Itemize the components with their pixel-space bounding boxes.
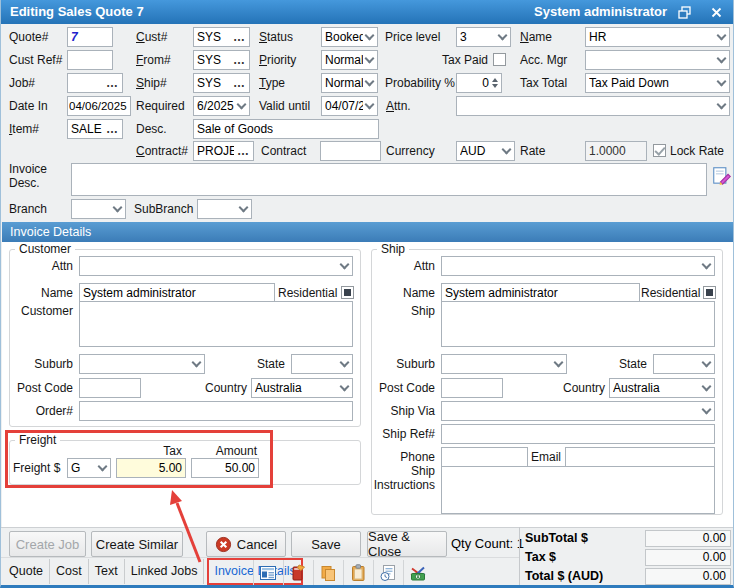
customer-name-field[interactable]: System administrator <box>79 283 275 303</box>
currency-select[interactable]: AUD <box>456 141 515 161</box>
item-number-field[interactable]: SALE… <box>67 119 123 139</box>
acc-mgr-select[interactable] <box>585 50 730 70</box>
report-view-button[interactable] <box>253 560 281 585</box>
history-button[interactable] <box>373 560 401 585</box>
attn-select[interactable] <box>456 96 730 116</box>
ship-name-value: System administrator <box>445 286 636 300</box>
chevron-down-icon <box>498 30 508 40</box>
ship-via-select[interactable] <box>441 401 715 421</box>
customer-post-code-field[interactable] <box>79 378 141 398</box>
customer-address-field[interactable] <box>79 301 353 347</box>
probability-spinner[interactable]: 0 <box>456 73 502 93</box>
priority-value: Normal <box>325 53 363 67</box>
name-select[interactable]: HR <box>585 27 730 47</box>
spinner-arrows <box>492 78 498 88</box>
save-label: Save <box>311 537 341 552</box>
ellipsis-icon[interactable]: … <box>233 56 246 64</box>
customer-order-field[interactable] <box>79 401 353 421</box>
contacts-book-button[interactable] <box>283 560 311 585</box>
customer-country-select[interactable]: Australia <box>251 378 353 398</box>
customer-order-label: Order# <box>15 401 73 421</box>
ship-instructions-field[interactable] <box>441 466 715 514</box>
customer-residential-checkbox[interactable] <box>341 286 354 299</box>
status-select[interactable]: Booked <box>321 27 378 47</box>
subtotal-value: 0.00 <box>645 530 731 547</box>
chevron-down-icon <box>365 76 375 86</box>
ship-ref-field[interactable] <box>441 424 715 444</box>
cancel-label: Cancel <box>237 537 277 552</box>
ship-ref-label: Ship Ref# <box>377 424 435 444</box>
ellipsis-icon[interactable]: … <box>233 33 246 41</box>
tax-paid-checkbox[interactable] <box>493 53 506 66</box>
priority-select[interactable]: Normal <box>321 50 378 70</box>
lock-rate-checkbox[interactable] <box>653 144 666 157</box>
freight-annotation-box <box>5 430 273 488</box>
subtotal-label: SubTotal $ <box>525 529 588 548</box>
save-button[interactable]: Save <box>291 531 361 557</box>
cust-number-value: SYS <box>197 30 230 44</box>
save-close-button[interactable]: Save & Close <box>367 531 447 557</box>
price-level-select[interactable]: 3 <box>456 27 511 47</box>
clock-document-icon <box>378 563 398 583</box>
invoice-details-section-header: Invoice Details <box>2 222 734 242</box>
ship-state-select[interactable] <box>653 354 715 374</box>
copy-icon <box>318 563 338 583</box>
contract-number-field[interactable]: PROJEC… <box>193 141 254 161</box>
customer-post-code-label: Post Code <box>9 378 73 398</box>
ship-phone-field[interactable] <box>441 447 528 467</box>
required-select[interactable]: 6/2025 <box>193 96 250 116</box>
job-number-field[interactable]: … <box>67 73 123 93</box>
create-similar-button[interactable]: Create Similar <box>91 531 183 557</box>
cust-number-field[interactable]: SYS… <box>193 27 250 47</box>
ellipsis-icon[interactable]: … <box>233 79 246 87</box>
subbranch-label: SubBranch <box>134 199 193 219</box>
ship-email-field[interactable] <box>565 447 715 467</box>
gift-money-button[interactable] <box>403 560 431 585</box>
tab-quote[interactable]: Quote <box>3 559 50 584</box>
ship-residential-label: Residential <box>641 283 699 303</box>
ship-number-field[interactable]: SYS… <box>193 73 250 93</box>
invoice-desc-field[interactable] <box>71 163 707 196</box>
ship-suburb-select[interactable] <box>441 354 567 374</box>
tab-cost[interactable]: Cost <box>50 559 89 584</box>
edit-note-icon[interactable] <box>711 165 733 187</box>
customer-attn-select[interactable] <box>79 256 353 276</box>
ellipsis-icon[interactable]: … <box>106 125 119 133</box>
chevron-down-icon <box>340 357 350 367</box>
desc-field[interactable]: Sale of Goods <box>193 119 379 139</box>
close-icon[interactable] <box>707 5 725 20</box>
quote-number-field[interactable]: 7 <box>67 27 113 47</box>
ship-country-select[interactable]: Australia <box>609 378 715 398</box>
ship-residential-checkbox[interactable] <box>703 286 716 299</box>
copy-button[interactable] <box>313 560 341 585</box>
cust-ref-field[interactable] <box>67 50 113 70</box>
paste-button[interactable] <box>343 560 371 585</box>
valid-until-label: Valid until <box>259 96 310 116</box>
customer-state-select[interactable] <box>291 354 353 374</box>
ellipsis-icon[interactable]: … <box>237 147 250 155</box>
customer-suburb-select[interactable] <box>79 354 205 374</box>
ship-post-code-field[interactable] <box>441 378 503 398</box>
rate-field: 1.0000 <box>585 141 647 161</box>
tab-linked-jobs[interactable]: Linked Jobs <box>125 559 205 584</box>
item-number-label: Item# <box>9 119 39 139</box>
cancel-button[interactable]: Cancel <box>206 531 286 557</box>
subbranch-select[interactable] <box>197 199 252 219</box>
tax-total-select[interactable]: Tax Paid Down <box>585 73 730 93</box>
date-in-field[interactable]: 04/06/2025 <box>67 96 131 116</box>
from-number-field[interactable]: SYS… <box>193 50 250 70</box>
ship-attn-select[interactable] <box>441 256 715 276</box>
restore-icon[interactable] <box>675 5 693 20</box>
branch-select[interactable] <box>71 199 126 219</box>
ship-name-field[interactable]: System administrator <box>441 283 640 303</box>
type-select[interactable]: Normal <box>321 73 378 93</box>
spin-up-icon[interactable] <box>492 78 498 82</box>
valid-until-select[interactable]: 04/07/2 <box>321 96 378 116</box>
tab-text[interactable]: Text <box>89 559 125 584</box>
spin-down-icon[interactable] <box>492 84 498 88</box>
ellipsis-icon[interactable]: … <box>106 79 119 87</box>
chevron-down-icon <box>502 144 512 154</box>
ship-address-field[interactable] <box>441 301 715 347</box>
chevron-down-icon <box>192 357 202 367</box>
contract-field[interactable] <box>320 141 381 161</box>
